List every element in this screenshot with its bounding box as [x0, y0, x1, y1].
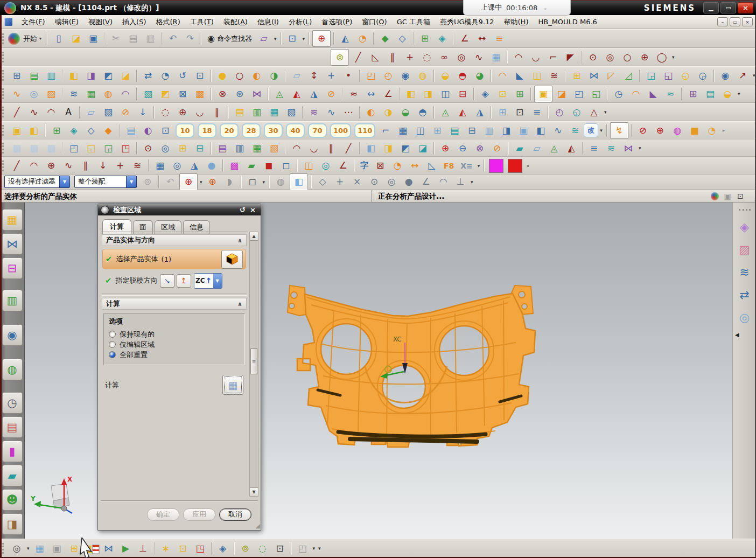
num-10-button[interactable]: 10 [176, 123, 194, 138]
n-sided-surface-button[interactable]: ◍ [100, 87, 116, 101]
bounded-plane-button[interactable]: ▤ [232, 105, 248, 120]
fillet-curve-button[interactable]: ◠ [43, 105, 59, 120]
command-finder-button[interactable]: ◉命令查找器 [204, 33, 255, 44]
flow-tool-button[interactable]: ∿ [550, 123, 566, 138]
menu-HB_MOULD M6.6[interactable]: HB_MOULD M6.6 [533, 18, 601, 26]
text-tool-button[interactable]: A [60, 105, 76, 120]
resize-grip[interactable]: ◢ [256, 522, 260, 529]
datum-plane-button[interactable]: ▱ [289, 68, 305, 83]
snap-perpendicular-button[interactable]: ⊥ [452, 175, 468, 189]
menu-O[interactable]: 窗口(O) [357, 17, 391, 27]
brush-tool-button[interactable]: ▰ [243, 158, 260, 173]
nx-mini-logo-icon[interactable] [711, 192, 719, 200]
helix-2-button[interactable]: ≋ [129, 158, 145, 173]
sweep-button[interactable]: ∿ [9, 87, 25, 101]
history-button[interactable]: ◷ [2, 392, 23, 414]
frame-3-button[interactable]: ◲ [100, 141, 116, 156]
menu-S[interactable]: 插入(S) [117, 17, 151, 27]
replace-component-button[interactable]: ⇄ [736, 287, 753, 304]
cancel-button[interactable]: 取消 [219, 508, 251, 521]
explode-assembly-button[interactable]: ∗ [158, 541, 174, 556]
cylinder-primitive-button[interactable]: ◎ [169, 158, 185, 173]
half-left-button[interactable]: ◧ [363, 141, 379, 156]
arrow-tool-button[interactable]: ↗ [734, 68, 751, 83]
previous-selection-button[interactable]: ↶ [162, 175, 178, 189]
snap-tangent-button[interactable]: ◠ [435, 175, 451, 189]
arrangements-button[interactable]: ◳ [192, 541, 208, 556]
mold-split-button[interactable]: ◐ [140, 123, 156, 138]
combine-curve-button[interactable]: ⊕ [174, 105, 191, 120]
window-5-button[interactable]: ◨ [498, 123, 514, 138]
sketch-cross-button[interactable]: + [402, 50, 418, 65]
point-on-face-button[interactable]: ⊕ [205, 175, 221, 189]
menu-V[interactable]: 视图(V) [83, 17, 117, 27]
pattern-geometry-button[interactable]: ⊞ [685, 87, 701, 101]
color-palette-button[interactable]: ▮ [2, 441, 23, 462]
op-plus-button[interactable]: ⊕ [437, 141, 453, 156]
edge-blend-button[interactable]: ◠ [494, 68, 510, 83]
reflection-analysis-button[interactable]: ◮ [306, 87, 322, 101]
overflow-arrow-icon[interactable]: ▾ [274, 36, 277, 41]
palette-tool-button[interactable]: ◍ [669, 123, 685, 138]
constraint-navigator-button[interactable]: ⋈ [2, 233, 23, 255]
overflow-arrow-icon[interactable]: » [722, 128, 725, 133]
snap-point-toggle-button[interactable]: ⊕ [179, 173, 198, 190]
step-tool-button[interactable]: ≋ [567, 123, 583, 138]
unite-button[interactable]: ◒ [437, 68, 453, 83]
triangle-tool-button[interactable]: △ [586, 105, 602, 120]
clearance-analysis-button[interactable]: ◌ [255, 541, 271, 556]
wrap-curve-button[interactable]: ◌ [157, 105, 173, 120]
edit-curve-button[interactable]: ╱ [9, 105, 25, 120]
hole-button[interactable]: ◉ [397, 68, 414, 83]
move-component-button[interactable]: ◈ [736, 219, 753, 236]
intersect-point-button[interactable]: + [112, 158, 128, 173]
f8-view-button[interactable]: F8 [440, 162, 457, 170]
offset-region-button[interactable]: ◲ [643, 68, 659, 83]
styled-corner-button[interactable]: ◣ [645, 87, 661, 101]
sew-button[interactable]: ⊠ [174, 87, 191, 101]
table-tool-button[interactable]: ▦ [395, 123, 411, 138]
cube-display-button[interactable]: ■ [687, 123, 703, 138]
cavity-layout-button[interactable]: ◆ [100, 123, 116, 138]
grid-snap-b-button[interactable]: ▩ [26, 141, 42, 156]
mold-csys-button[interactable]: ◈ [66, 123, 82, 138]
web-browser-button[interactable]: ◍ [2, 359, 23, 380]
interpart-link-2-button[interactable]: ⊚ [237, 541, 254, 556]
arc-down-button[interactable]: ◡ [306, 141, 322, 156]
spline-2-button[interactable]: ∿ [60, 158, 76, 173]
show-component-button[interactable]: ▦ [32, 541, 48, 556]
point-tool-button[interactable]: • [340, 68, 356, 83]
frame-2-button[interactable]: ◱ [83, 141, 99, 156]
studio-view-button[interactable]: ◐ [249, 68, 265, 83]
text-style-button[interactable]: 字 [357, 161, 372, 171]
color-grid-button[interactable]: ▩ [226, 158, 242, 173]
num-110-button[interactable]: 110 [354, 123, 375, 138]
swept-button[interactable]: ◠ [117, 87, 134, 101]
shaded-select-button[interactable]: ◍ [272, 175, 289, 189]
scroll-thumb[interactable]: ≡ [250, 348, 257, 374]
four-point-surface-button[interactable]: ▥ [249, 105, 265, 120]
op-times-button[interactable]: ⊗ [472, 141, 488, 156]
radio-reset-all[interactable]: 全部重置 [109, 350, 240, 360]
subtract-button[interactable]: ◓ [454, 68, 471, 83]
copy-solid-button[interactable]: ◧ [26, 123, 42, 138]
sketch-polyline-button[interactable]: ◺ [367, 50, 383, 65]
menu-P[interactable]: 首选项(P) [317, 17, 357, 27]
select-product-body-row[interactable]: ✔ 选择产品实体 (1) [102, 249, 246, 269]
draft-direction-row[interactable]: ✔ 指定脱模方向 ↘ ↥ ZC↑ ▼ [102, 272, 246, 289]
dim-radial-button[interactable]: ◔ [389, 158, 405, 173]
parallel-lines-button[interactable]: ∥ [323, 141, 339, 156]
op-minus-button[interactable]: ⊖ [454, 141, 471, 156]
num-70-button[interactable]: 70 [308, 123, 327, 138]
overflow-arrow-icon[interactable]: ▾ [600, 128, 603, 133]
workpiece-button[interactable]: ◇ [83, 123, 99, 138]
distance-gauge-button[interactable]: ↔ [363, 87, 379, 101]
visualization-button[interactable]: ▰ [2, 465, 23, 486]
center-mark-button[interactable]: ⊕ [43, 158, 59, 173]
snap-angle-button[interactable]: ∠ [418, 175, 434, 189]
move-face-button[interactable]: ◧ [403, 87, 419, 101]
plane-tool-button[interactable]: ▱ [83, 105, 99, 120]
collapse-section-icon[interactable]: ∧ [237, 237, 242, 244]
interpart-link-toggle-button[interactable]: ⊚ [139, 175, 156, 189]
draft-analysis-button[interactable]: ◬ [271, 87, 288, 101]
